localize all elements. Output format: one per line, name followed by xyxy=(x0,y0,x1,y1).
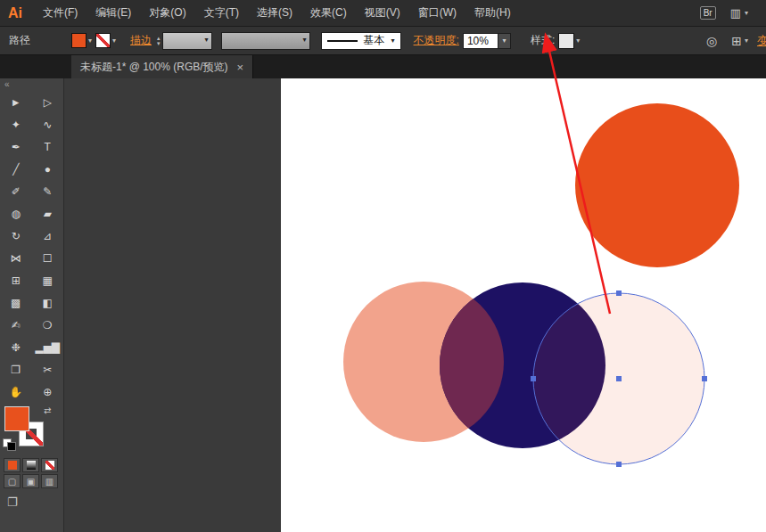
scale-tool[interactable]: ⊿ xyxy=(32,225,64,247)
swap-fill-stroke-icon[interactable]: ⇄ xyxy=(44,405,51,415)
tools-grid: ►▷✦∿✒T╱●✐✎◍▰↻⊿⋈☐⊞▦▩◧✍❍❉▂▅▇❐✂✋⊕ xyxy=(0,91,63,403)
opacity-value: 10% xyxy=(467,35,489,47)
mesh-tool[interactable]: ▩ xyxy=(0,291,32,314)
selection-handle-bottom[interactable] xyxy=(616,462,622,467)
menu-effect[interactable]: 效果(C) xyxy=(301,5,356,20)
ellipse-tool[interactable]: ● xyxy=(32,158,64,180)
document-tab[interactable]: 未标题-1* @ 100% (RGB/预览) × xyxy=(71,55,253,78)
menu-help[interactable]: 帮助(H) xyxy=(465,5,520,20)
style-dropdown[interactable]: ▾ xyxy=(558,33,580,49)
color-button[interactable] xyxy=(4,458,21,472)
menu-edit[interactable]: 编辑(E) xyxy=(86,5,140,20)
artboard-canvas xyxy=(281,78,766,532)
illustrator-window: Ai 文件(F)编辑(E)对象(O)文字(T)选择(S)效果(C)视图(V)窗口… xyxy=(0,0,766,532)
menu-window[interactable]: 窗口(W) xyxy=(409,5,465,20)
stroke-color-picker[interactable]: ▾ xyxy=(95,33,116,48)
pencil-tool[interactable]: ✎ xyxy=(32,180,64,202)
color-mode-row xyxy=(0,456,63,472)
stroke-weight-stepper[interactable]: ▴ ▾ xyxy=(157,36,161,46)
rotate-tool[interactable]: ↻ xyxy=(0,225,32,247)
gradient-tool[interactable]: ◧ xyxy=(32,291,64,314)
free-transform-tool[interactable]: ☐ xyxy=(32,247,64,269)
menu-view[interactable]: 视图(V) xyxy=(356,5,409,20)
blob-brush-tool[interactable]: ◍ xyxy=(0,202,32,225)
lasso-tool[interactable]: ∿ xyxy=(32,113,64,135)
chevron-down-icon: ▾ xyxy=(391,37,395,45)
slice-tool[interactable]: ✂ xyxy=(32,358,64,381)
pen-tool[interactable]: ✒ xyxy=(0,135,32,158)
shape-builder-tool[interactable]: ⊞ xyxy=(0,269,32,291)
zoom-tool[interactable]: ⊕ xyxy=(32,381,64,403)
fill-color-swatch xyxy=(71,33,86,48)
chevron-down-icon: ▾ xyxy=(88,37,92,45)
selection-handle-center[interactable] xyxy=(616,376,622,381)
draw-behind-button[interactable]: ▣ xyxy=(22,474,39,488)
opacity-dropdown[interactable]: ▾ xyxy=(498,33,511,49)
selection-handle-right[interactable] xyxy=(702,376,707,381)
symbol-sprayer-tool[interactable]: ❉ xyxy=(0,336,32,358)
paintbrush-tool[interactable]: ✐ xyxy=(0,180,32,202)
selection-handle-left[interactable] xyxy=(531,376,536,381)
width-tool[interactable]: ⋈ xyxy=(0,247,32,269)
draw-normal-button[interactable]: ▢ xyxy=(4,474,21,488)
artboard-tool[interactable]: ❐ xyxy=(0,358,32,381)
document-tab-bar: 未标题-1* @ 100% (RGB/预览) × xyxy=(0,55,766,78)
opacity-input[interactable]: 10% xyxy=(463,33,498,49)
fill-stroke-indicator: ⇄ xyxy=(0,405,63,456)
stroke-link[interactable]: 描边 xyxy=(130,33,152,48)
collapse-toolbar-button[interactable]: « xyxy=(0,78,63,91)
direct-selection-tool[interactable]: ▷ xyxy=(32,91,64,113)
app-logo: Ai xyxy=(0,5,34,21)
eraser-tool[interactable]: ▰ xyxy=(32,202,64,225)
draw-inside-button[interactable]: ▥ xyxy=(41,474,58,488)
workspace-switcher[interactable]: ▥ ▾ xyxy=(730,6,748,20)
column-graph-tool[interactable]: ▂▅▇ xyxy=(32,336,64,358)
artboard[interactable] xyxy=(281,78,766,532)
stroke-weight-dropdown[interactable]: ▾ xyxy=(162,32,212,50)
chevron-down-icon: ▾ xyxy=(303,36,307,44)
width-profile-dropdown[interactable]: ▾ xyxy=(221,32,310,50)
opacity-link[interactable]: 不透明度: xyxy=(414,33,459,48)
hand-tool[interactable]: ✋ xyxy=(0,381,32,403)
context-label: 路径 xyxy=(9,33,30,48)
align-options[interactable]: ⊞ ▾ xyxy=(731,34,748,48)
recolor-artwork-icon[interactable]: ◎ xyxy=(706,34,717,48)
menu-file[interactable]: 文件(F) xyxy=(34,5,86,20)
stroke-none-swatch xyxy=(95,33,111,48)
none-button[interactable] xyxy=(41,458,58,472)
selection-handle-top[interactable] xyxy=(616,291,622,296)
chevron-down-icon: ▾ xyxy=(112,37,116,45)
selection-tool[interactable]: ► xyxy=(0,91,32,113)
orange-circle[interactable] xyxy=(575,103,739,267)
default-stroke-chip xyxy=(7,442,16,451)
close-icon[interactable]: × xyxy=(237,61,244,74)
menu-object[interactable]: 对象(O) xyxy=(140,5,194,20)
bridge-icon[interactable]: Br xyxy=(700,6,716,20)
default-fill-stroke-icon[interactable] xyxy=(3,437,17,451)
stepper-down-icon[interactable]: ▾ xyxy=(157,41,161,46)
style-label: 样式: xyxy=(531,33,555,48)
line-segment-tool[interactable]: ╱ xyxy=(0,158,32,180)
pasteboard xyxy=(64,78,281,532)
align-grid-icon: ⊞ xyxy=(731,34,742,48)
transform-link[interactable]: 变 xyxy=(757,33,766,49)
menu-bar: Ai 文件(F)编辑(E)对象(O)文字(T)选择(S)效果(C)视图(V)窗口… xyxy=(0,0,766,27)
menu-type[interactable]: 文字(T) xyxy=(195,5,248,20)
chevron-down-icon: ▾ xyxy=(205,36,209,44)
type-tool[interactable]: T xyxy=(32,135,64,158)
chevron-down-icon: ▾ xyxy=(745,9,748,17)
gradient-button[interactable] xyxy=(22,458,39,472)
menu-select[interactable]: 选择(S) xyxy=(248,5,301,20)
style-swatch xyxy=(558,33,574,49)
magic-wand-tool[interactable]: ✦ xyxy=(0,113,32,135)
chevron-down-icon: ▾ xyxy=(745,37,748,45)
stroke-style-line-sample xyxy=(327,40,358,42)
fill-color-picker[interactable]: ▾ xyxy=(71,33,92,48)
fill-indicator[interactable] xyxy=(4,406,29,431)
eyedropper-tool[interactable]: ✍ xyxy=(0,314,32,336)
blend-tool[interactable]: ❍ xyxy=(32,314,64,336)
screen-mode-button[interactable]: ❐ xyxy=(7,494,30,510)
stroke-style-dropdown[interactable]: 基本 ▾ xyxy=(321,32,401,50)
document-tab-title: 未标题-1* @ 100% (RGB/预览) xyxy=(80,60,228,75)
perspective-grid-tool[interactable]: ▦ xyxy=(32,269,64,291)
